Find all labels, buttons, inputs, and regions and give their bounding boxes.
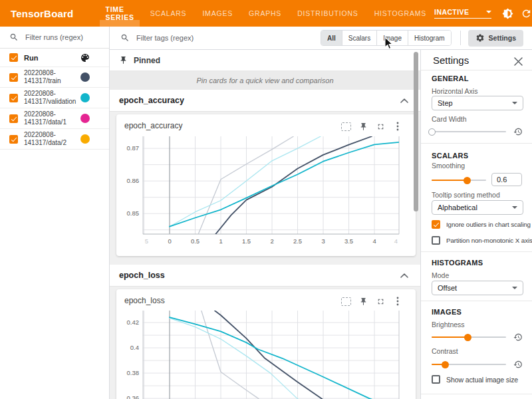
svg-text:1: 1 [219, 237, 222, 245]
settings-button-label: Settings [489, 34, 516, 42]
partition-x-checkbox[interactable] [432, 236, 440, 245]
runs-sidebar: Filter runs (regex) Run 20220808-141317/… [0, 27, 110, 399]
settings-button[interactable]: Settings [468, 30, 523, 47]
data-select-icon[interactable] [337, 295, 354, 308]
toolbar-divider [460, 31, 461, 45]
horizontal-axis-select[interactable]: Step [432, 96, 523, 110]
run-checkbox[interactable] [9, 94, 18, 102]
svg-text:0: 0 [168, 237, 171, 245]
reset-icon[interactable] [513, 332, 523, 342]
run-label: 20220808- [24, 90, 56, 97]
brightness-slider[interactable] [432, 332, 506, 342]
slider-handle[interactable] [442, 361, 449, 368]
chevron-up-icon[interactable] [400, 98, 408, 103]
section-title: epoch_loss [119, 271, 165, 280]
close-icon[interactable] [512, 55, 524, 67]
card-width-label: Card Width [432, 115, 467, 123]
filter-image-button[interactable]: Image [377, 31, 408, 45]
run-row-data1[interactable]: 20220808-141317/data/1 [0, 108, 109, 129]
chevron-down-icon [512, 287, 517, 289]
scalar-card-epoch-loss: epoch_loss 0.420.40.380.36 [116, 289, 416, 399]
run-row-validation[interactable]: 20220808-141317/validation [0, 88, 109, 108]
run-color-dot [80, 114, 90, 123]
search-icon [9, 33, 19, 42]
show-actual-size-row: Show actual image size [432, 375, 518, 384]
filter-all-button[interactable]: All [321, 31, 342, 45]
svg-text:4: 4 [394, 237, 398, 245]
pin-card-icon[interactable] [354, 120, 372, 133]
smoothing-label: Smoothing [432, 162, 465, 170]
chevron-down-icon [512, 102, 517, 104]
run-checkbox[interactable] [9, 114, 18, 123]
scalar-chart-epoch-loss[interactable]: 0.420.40.380.36 [122, 308, 410, 399]
histogram-mode-select[interactable]: Offset [432, 281, 523, 295]
tag-type-filter-group: All Scalars Image Histogram [321, 30, 452, 46]
filter-histogram-button[interactable]: Histogram [408, 31, 451, 45]
tab-images[interactable]: IMAGES [194, 0, 241, 27]
app-header: TensorBoard TIME SERIES SCALARS IMAGES G… [0, 0, 532, 27]
histogram-mode-value: Offset [438, 284, 457, 292]
more-options-icon[interactable] [389, 295, 406, 308]
filter-tags-placeholder: Filter tags (regex) [136, 34, 194, 42]
divider [421, 143, 532, 144]
fullscreen-icon[interactable] [372, 295, 389, 308]
run-color-dot [80, 93, 90, 102]
tooltip-sorting-select[interactable]: Alphabetical [432, 200, 523, 215]
slider-handle[interactable] [464, 334, 471, 341]
gear-icon [475, 33, 485, 43]
fullscreen-icon[interactable] [372, 120, 389, 133]
contrast-slider[interactable] [432, 360, 506, 369]
histogram-mode-label: Mode [432, 271, 449, 279]
reload-status-dropdown[interactable]: INACTIVE [434, 8, 491, 19]
filter-scalars-button[interactable]: Scalars [342, 31, 377, 45]
svg-text:0.36: 0.36 [127, 394, 140, 399]
svg-text:1.5: 1.5 [242, 237, 251, 245]
chevron-up-icon[interactable] [400, 273, 408, 278]
images-heading: IMAGES [432, 308, 462, 316]
run-row-data2[interactable]: 20220808-141317/data/2 [0, 129, 109, 150]
reset-icon[interactable] [513, 359, 523, 370]
app-logo: TensorBoard [11, 8, 73, 19]
more-options-icon[interactable] [389, 120, 406, 133]
main-scrollbar[interactable] [414, 52, 418, 211]
smoothing-value-input[interactable] [491, 173, 522, 186]
brightness-toggle-icon[interactable] [498, 4, 517, 23]
ignore-outliers-checkbox[interactable] [432, 220, 440, 229]
tooltip-sorting-value: Alphabetical [438, 203, 477, 211]
run-row-train[interactable]: 20220808-141317/train [0, 67, 109, 88]
refresh-icon[interactable] [517, 4, 532, 23]
scalar-card-epoch-accuracy: epoch_accuracy 0.850.860.87500.511.522.5… [116, 114, 416, 256]
select-all-runs-checkbox[interactable] [9, 53, 18, 62]
card-title: epoch_accuracy [124, 121, 182, 130]
tab-histograms[interactable]: HISTOGRAMS [366, 0, 434, 27]
data-select-icon[interactable] [337, 120, 354, 133]
section-epoch-accuracy[interactable]: epoch_accuracy [110, 90, 420, 112]
slider-handle[interactable] [464, 177, 471, 184]
divider [421, 301, 532, 301]
show-actual-size-checkbox[interactable] [432, 375, 440, 384]
reset-icon[interactable] [513, 126, 523, 137]
scalars-heading: SCALARS [432, 152, 468, 160]
chevron-down-icon [512, 206, 517, 209]
svg-text:0.4: 0.4 [130, 344, 139, 351]
slider-handle[interactable] [428, 128, 436, 136]
filter-tags-input[interactable]: Filter tags (regex) [120, 33, 194, 43]
filter-runs-input[interactable]: Filter runs (regex) [0, 27, 109, 49]
svg-text:0.86: 0.86 [127, 177, 140, 184]
run-checkbox[interactable] [9, 135, 18, 144]
palette-icon[interactable] [80, 53, 90, 63]
tab-graphs[interactable]: GRAPHS [241, 0, 289, 27]
tab-scalars[interactable]: SCALARS [142, 0, 195, 27]
pinned-title: Pinned [134, 56, 160, 65]
run-label: 20220808- [24, 69, 56, 76]
svg-text:0.87: 0.87 [127, 144, 140, 152]
card-width-slider[interactable] [432, 127, 506, 136]
svg-text:0.5: 0.5 [191, 237, 200, 245]
scalar-chart-epoch-accuracy[interactable]: 0.850.860.87500.511.522.533.544 [122, 133, 410, 252]
pin-card-icon[interactable] [354, 295, 372, 308]
tab-time-series[interactable]: TIME SERIES [97, 0, 142, 27]
smoothing-slider[interactable] [432, 176, 486, 185]
tab-distributions[interactable]: DISTRIBUTIONS [289, 0, 366, 27]
run-checkbox[interactable] [9, 73, 18, 82]
section-epoch-loss[interactable]: epoch_loss [110, 265, 420, 287]
